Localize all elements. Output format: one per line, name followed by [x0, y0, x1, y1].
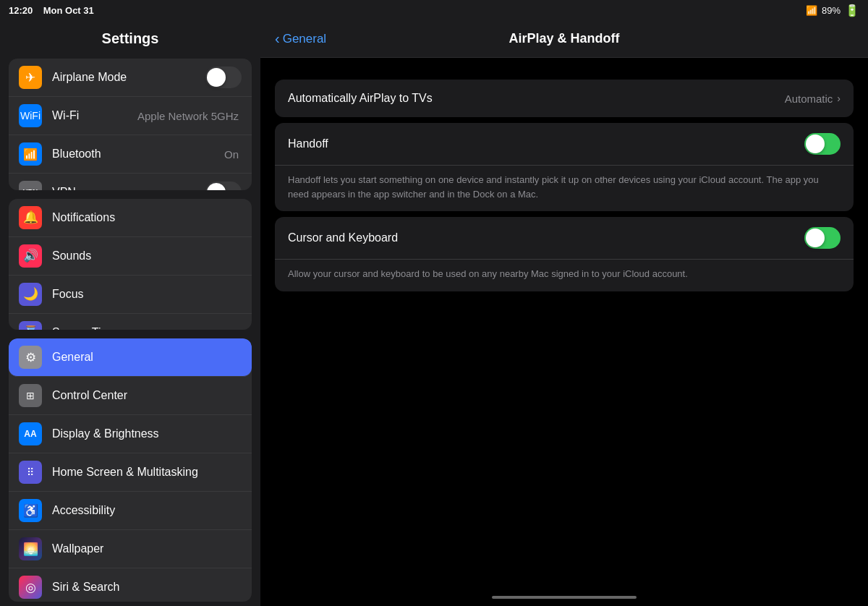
cursor-keyboard-row[interactable]: Cursor and Keyboard: [275, 217, 854, 260]
airplay-tvs-chevron-icon: ›: [837, 93, 841, 104]
airplane-mode-icon: ✈: [19, 66, 42, 89]
wallpaper-label: Wallpaper: [52, 542, 242, 555]
sounds-label: Sounds: [52, 249, 242, 263]
control-center-label: Control Center: [52, 389, 242, 402]
cursor-keyboard-label: Cursor and Keyboard: [288, 231, 804, 244]
wifi-menu-icon: WiFi: [19, 104, 42, 127]
sidebar-item-home-screen[interactable]: ⠿ Home Screen & Multitasking: [9, 453, 252, 492]
detail-header: ‹ General AirPlay & Handoff: [260, 20, 868, 58]
handoff-description: Handoff lets you start something on one …: [275, 166, 854, 211]
sidebar-item-bluetooth[interactable]: 📶 Bluetooth On: [9, 135, 252, 174]
handoff-card: Handoff Handoff lets you start something…: [275, 123, 854, 211]
status-time-date: 12:20 Mon Oct 31: [9, 5, 94, 16]
status-date: Mon Oct 31: [43, 5, 94, 16]
sidebar-item-wallpaper[interactable]: 🌅 Wallpaper: [9, 530, 252, 568]
focus-icon: 🌙: [19, 283, 42, 306]
airplane-mode-toggle-knob: [207, 68, 226, 87]
vpn-toggle[interactable]: [205, 182, 242, 190]
sidebar-item-siri-search[interactable]: ◎ Siri & Search: [9, 568, 252, 602]
siri-label: Siri & Search: [52, 581, 242, 594]
sidebar-item-control-center[interactable]: ⊞ Control Center: [9, 377, 252, 415]
handoff-label: Handoff: [288, 137, 804, 150]
general-icon: ⚙: [19, 346, 42, 369]
detail-content: Automatically AirPlay to TVs Automatic ›…: [260, 58, 868, 313]
control-center-icon: ⊞: [19, 384, 42, 407]
sidebar-item-wifi[interactable]: WiFi Wi-Fi Apple Network 5GHz: [9, 97, 252, 135]
sidebar: Settings ✈ Airplane Mode WiFi Wi-Fi Appl…: [0, 20, 260, 606]
battery-icon: 🔋: [845, 4, 859, 17]
sidebar-item-notifications[interactable]: 🔔 Notifications: [9, 199, 252, 237]
sounds-icon: 🔊: [19, 244, 42, 268]
home-screen-label: Home Screen & Multitasking: [52, 466, 242, 479]
airplane-mode-label: Airplane Mode: [52, 71, 205, 84]
vpn-icon: VPN: [19, 181, 42, 190]
airplay-tvs-label: Automatically AirPlay to TVs: [288, 92, 785, 105]
screen-time-icon: ⌛: [19, 321, 42, 330]
scroll-indicator-container: [260, 594, 868, 606]
cursor-keyboard-toggle-knob: [806, 229, 825, 247]
airplane-mode-toggle[interactable]: [205, 67, 242, 88]
sidebar-group-system: 🔔 Notifications 🔊 Sounds 🌙 Focus ⌛ Scree…: [9, 199, 252, 330]
detail-title: AirPlay & Handoff: [509, 31, 619, 46]
status-indicators: 📶 89% 🔋: [806, 4, 859, 17]
sidebar-group-connectivity: ✈ Airplane Mode WiFi Wi-Fi Apple Network…: [9, 59, 252, 190]
wifi-label: Wi-Fi: [52, 109, 137, 122]
app-container: Settings ✈ Airplane Mode WiFi Wi-Fi Appl…: [0, 20, 868, 606]
notifications-label: Notifications: [52, 211, 242, 224]
accessibility-label: Accessibility: [52, 504, 242, 517]
cursor-keyboard-description: Allow your cursor and keyboard to be use…: [275, 260, 854, 291]
vpn-label: VPN: [52, 186, 205, 190]
back-chevron-icon: ‹: [275, 30, 280, 47]
bluetooth-label: Bluetooth: [52, 148, 224, 161]
wifi-value: Apple Network 5GHz: [137, 110, 239, 122]
sidebar-item-vpn[interactable]: VPN VPN: [9, 174, 252, 190]
sidebar-item-general[interactable]: ⚙ General: [9, 338, 252, 377]
siri-icon: ◎: [19, 576, 42, 599]
sidebar-item-display-brightness[interactable]: AA Display & Brightness: [9, 415, 252, 453]
back-button[interactable]: ‹ General: [275, 30, 326, 47]
status-time: 12:20: [9, 5, 33, 16]
cursor-keyboard-card: Cursor and Keyboard Allow your cursor an…: [275, 217, 854, 291]
sidebar-item-screen-time[interactable]: ⌛ Screen Time: [9, 314, 252, 330]
detail-header-wrapper: ‹ General AirPlay & Handoff: [275, 30, 854, 47]
home-screen-icon: ⠿: [19, 461, 42, 484]
general-label: General: [52, 351, 242, 364]
sidebar-group-general: ⚙ General ⊞ Control Center AA Display & …: [9, 338, 252, 602]
battery-level: 89%: [822, 5, 841, 16]
notifications-icon: 🔔: [19, 206, 42, 229]
airplay-tvs-row[interactable]: Automatically AirPlay to TVs Automatic ›: [275, 80, 854, 117]
scroll-indicator: [492, 596, 637, 599]
detail-panel: ‹ General AirPlay & Handoff Automaticall…: [260, 20, 868, 606]
display-icon: AA: [19, 422, 42, 445]
sidebar-item-sounds[interactable]: 🔊 Sounds: [9, 237, 252, 276]
display-label: Display & Brightness: [52, 427, 242, 440]
wallpaper-icon: 🌅: [19, 537, 42, 560]
sidebar-item-airplane-mode[interactable]: ✈ Airplane Mode: [9, 59, 252, 97]
status-bar: 12:20 Mon Oct 31 📶 89% 🔋: [0, 0, 868, 20]
bluetooth-value: On: [224, 148, 239, 161]
handoff-toggle[interactable]: [804, 133, 841, 155]
focus-label: Focus: [52, 288, 242, 301]
vpn-toggle-knob: [207, 183, 226, 190]
screen-time-label: Screen Time: [52, 326, 242, 330]
accessibility-icon: ♿: [19, 499, 42, 522]
handoff-row[interactable]: Handoff: [275, 123, 854, 166]
airplay-tvs-card: Automatically AirPlay to TVs Automatic ›: [275, 80, 854, 117]
bluetooth-icon: 📶: [19, 142, 42, 166]
sidebar-item-focus[interactable]: 🌙 Focus: [9, 276, 252, 314]
cursor-keyboard-toggle[interactable]: [804, 227, 841, 249]
airplay-tvs-value: Automatic: [785, 93, 833, 105]
handoff-toggle-knob: [806, 135, 825, 153]
back-label: General: [283, 32, 326, 46]
sidebar-title: Settings: [0, 20, 260, 54]
sidebar-item-accessibility[interactable]: ♿ Accessibility: [9, 492, 252, 530]
wifi-icon: 📶: [806, 5, 817, 16]
